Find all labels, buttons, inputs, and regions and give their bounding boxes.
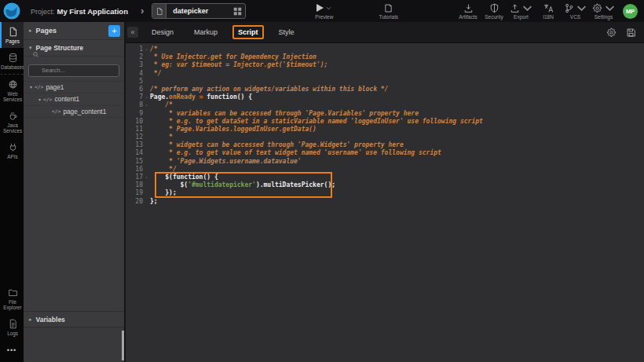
- fold-spacer: [143, 133, 150, 141]
- code-line-3[interactable]: 3 * eg: var $timeout = Injector.get('$ti…: [126, 61, 644, 69]
- topbar-item-label: VCS: [570, 14, 580, 20]
- api-icon: [8, 142, 18, 152]
- tutorials-button[interactable]: Tutorials: [379, 3, 398, 20]
- topbar-item-i18n[interactable]: I18N: [538, 3, 558, 20]
- preview-button[interactable]: Preview: [315, 3, 333, 20]
- tree-item-page1[interactable]: ▾</>page1: [24, 82, 124, 94]
- wavemaker-logo-icon[interactable]: [2, 2, 21, 20]
- code-line-14[interactable]: 14 * e.g. to get value of text widget na…: [126, 149, 644, 157]
- code-line-5[interactable]: 5: [126, 78, 644, 86]
- code-token: * e.g. to get dataSet in a staticVariabl…: [150, 118, 483, 125]
- dashboard-grid-icon[interactable]: [229, 7, 245, 16]
- code-line-6[interactable]: 6/* perform any action on widgets/variab…: [126, 86, 644, 93]
- code-line-19[interactable]: 19 });: [126, 189, 644, 197]
- editor-tab-bar: « DesignMarkupScriptStyle: [126, 22, 644, 43]
- add-page-button[interactable]: +: [108, 25, 120, 37]
- code-line-13[interactable]: 13 * widgets can be accessed through 'Pa…: [126, 141, 644, 149]
- folder-icon: [8, 287, 18, 298]
- panel-scrollbar[interactable]: [122, 331, 124, 360]
- topbar-item-export[interactable]: Export: [510, 3, 532, 20]
- code-token: };: [150, 198, 158, 205]
- code-tag-icon: </>: [35, 84, 43, 90]
- fold-marker-icon[interactable]: -: [143, 46, 150, 53]
- preview-label: Preview: [315, 14, 333, 20]
- pages-panel: ▸ Pages + ▾ Page Structure ▾</>page1▾</>…: [24, 22, 124, 362]
- code-token: * variables can be accessed through 'Pag…: [150, 110, 419, 117]
- search-input[interactable]: [28, 64, 119, 77]
- code-line-9[interactable]: 9 * variables can be accessed through 'P…: [126, 110, 644, 118]
- code-line-11[interactable]: 11 * Page.Variables.loggedInUser.getData…: [126, 126, 644, 133]
- chevron-down-icon: [605, 3, 615, 13]
- tree-item-content1[interactable]: ▾</>content1: [24, 93, 124, 106]
- line-number: 9: [126, 110, 143, 118]
- page-file-icon: [152, 4, 166, 18]
- topbar-item-settings[interactable]: Settings: [592, 3, 615, 20]
- sidebar-item-databases[interactable]: Databases: [0, 48, 24, 74]
- fold-marker-icon[interactable]: -: [143, 93, 150, 101]
- line-number: 5: [126, 78, 143, 86]
- tree-expand-arrow-icon[interactable]: ▾: [27, 84, 35, 90]
- tree-item-page_content1[interactable]: </>page_content1: [24, 106, 124, 119]
- line-number: 6: [126, 86, 143, 93]
- sidebar-item-apis[interactable]: APIs: [0, 137, 24, 163]
- code-line-10[interactable]: 10 * e.g. to get dataSet in a staticVari…: [126, 118, 644, 126]
- topbar-item-artifacts[interactable]: Artifacts: [458, 3, 478, 20]
- code-line-16[interactable]: 16 */: [126, 166, 644, 174]
- sidebar-item-web-services[interactable]: Web Services: [0, 74, 24, 106]
- sidebar-item-pages[interactable]: Pages: [0, 22, 24, 48]
- fold-spacer: [143, 70, 150, 78]
- fold-marker-icon[interactable]: -: [143, 174, 150, 181]
- user-avatar[interactable]: MP: [623, 4, 638, 19]
- sidebar-item-file-explorer[interactable]: File Explorer: [0, 283, 24, 314]
- script-code-editor[interactable]: 1-/*2 * Use Injector.get for Dependency …: [126, 43, 644, 362]
- variables-header[interactable]: ▸ Variables: [24, 311, 124, 327]
- topbar-item-label: Export: [514, 14, 529, 20]
- sidebar-item-logs[interactable]: Logs: [0, 314, 24, 340]
- line-number: 19: [126, 189, 143, 197]
- line-number: 13: [126, 141, 143, 149]
- download-icon: [463, 3, 474, 13]
- collapse-panel-button[interactable]: «: [127, 27, 138, 38]
- fold-marker-icon[interactable]: -: [143, 101, 150, 109]
- code-line-8[interactable]: 8- /*: [126, 101, 644, 109]
- more-options-icon[interactable]: •••: [0, 340, 24, 362]
- topbar-right-items: ArtifactsSecurityExportI18NVCSSettings: [458, 3, 620, 20]
- code-line-12[interactable]: 12 *: [126, 133, 644, 141]
- project-label: Project:: [31, 8, 55, 16]
- coffee-icon: [8, 111, 18, 121]
- sidebar-item-label: File Explorer: [2, 299, 23, 310]
- pages-collapse-arrow-icon[interactable]: ▸: [29, 27, 32, 34]
- code-line-1[interactable]: 1-/*: [126, 46, 644, 53]
- i18n-icon: [543, 3, 554, 13]
- topbar-item-label: Artifacts: [459, 14, 477, 20]
- branch-icon: [564, 3, 587, 13]
- open-page-tab[interactable]: datepicker: [152, 3, 246, 19]
- code-line-7[interactable]: 7-Page.onReady = function() {: [126, 93, 644, 101]
- code-line-15[interactable]: 15 * 'Page.Widgets.username.datavalue': [126, 158, 644, 166]
- code-line-18[interactable]: 18 $('#multidatepicker').multiDatesPicke…: [126, 181, 644, 189]
- topbar-item-security[interactable]: Security: [484, 3, 504, 20]
- tab-design[interactable]: Design: [146, 25, 179, 39]
- tab-style[interactable]: Style: [273, 25, 300, 39]
- code-token: * e.g. to get value of text widget named…: [150, 149, 441, 156]
- search-icon: [32, 51, 39, 58]
- fold-spacer: [143, 118, 150, 126]
- sidebar-item-java-services[interactable]: Java Services: [0, 106, 24, 137]
- globe-icon: [8, 79, 18, 90]
- save-icon[interactable]: [626, 27, 636, 38]
- tab-script[interactable]: Script: [232, 25, 264, 39]
- fold-spacer: [143, 110, 150, 118]
- variables-body: [24, 327, 124, 362]
- code-line-4[interactable]: 4 */: [126, 70, 644, 78]
- pages-panel-title: Pages: [36, 27, 108, 35]
- code-line-20[interactable]: 20};: [126, 198, 644, 206]
- tab-markup[interactable]: Markup: [188, 25, 223, 39]
- editor-settings-gear-icon[interactable]: [606, 27, 617, 38]
- code-line-17[interactable]: 17- $(function() {: [126, 174, 644, 181]
- variables-expand-arrow-icon: ▸: [29, 316, 32, 323]
- code-token: /* perform any action on widgets/variabl…: [150, 86, 388, 93]
- code-line-2[interactable]: 2 * Use Injector.get for Dependency Inje…: [126, 53, 644, 61]
- topbar-item-vcs[interactable]: VCS: [564, 3, 587, 20]
- tree-expand-arrow-icon[interactable]: ▾: [36, 97, 43, 102]
- fold-spacer: [143, 149, 150, 157]
